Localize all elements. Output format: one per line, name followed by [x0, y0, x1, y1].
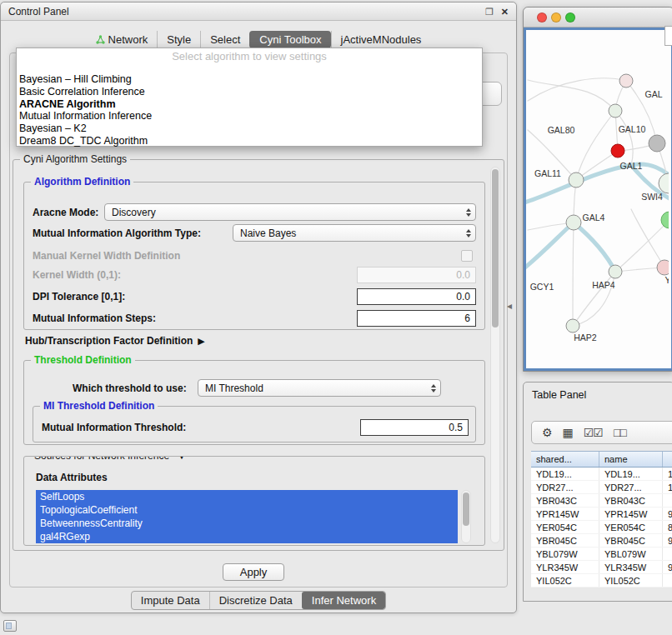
- show-columns-icon[interactable]: ▦: [563, 427, 573, 438]
- hub-definition-label: Hub/Transcription Factor Definition: [25, 335, 193, 347]
- settings-gear-icon[interactable]: ⚙: [542, 427, 552, 438]
- data-attributes-list[interactable]: SelfLoopsTopologicalCoefficientBetweenne…: [36, 490, 458, 543]
- network-graph[interactable]: GALGAL80GAL10GAL11GAL1SWI4GAL4GCY1HAP4HA…: [526, 30, 669, 368]
- unselect-all-columns-icon[interactable]: □□: [614, 427, 626, 438]
- select-all-columns-icon[interactable]: ☑☑: [584, 427, 603, 438]
- kernel-width-input[interactable]: 0.0: [357, 267, 476, 283]
- network-node[interactable]: [611, 144, 624, 158]
- mi-threshold-input[interactable]: 0.5: [360, 419, 469, 436]
- table-cell: [663, 548, 672, 560]
- network-node[interactable]: [659, 173, 669, 193]
- bottom-tab-impute-data[interactable]: Impute Data: [132, 592, 209, 609]
- node-label: GAL4: [583, 212, 605, 222]
- column-header[interactable]: shared...: [531, 452, 599, 467]
- bottom-tab-discretize-data[interactable]: Discretize Data: [209, 592, 302, 609]
- table-row[interactable]: YBL079WYBL079W: [531, 548, 672, 561]
- manual-kernel-row: Manual Kernel Width Definition: [33, 247, 478, 265]
- table-row[interactable]: YLR345WYLR345W9.: [531, 561, 672, 574]
- close-window-button[interactable]: ✕: [501, 7, 509, 17]
- network-node[interactable]: [566, 215, 581, 230]
- dpi-tolerance-input[interactable]: 0.0: [357, 288, 476, 305]
- network-node[interactable]: [657, 260, 669, 275]
- table-cell: YDL19...: [531, 468, 599, 480]
- tab-network[interactable]: Network: [87, 31, 158, 48]
- table-cell: 13: [663, 468, 672, 480]
- network-node[interactable]: [569, 172, 584, 188]
- table-row[interactable]: YER054CYER054C8.: [531, 521, 672, 534]
- algorithm-option[interactable]: ARACNE Algorithm: [17, 98, 482, 111]
- table-row[interactable]: YIL052CYIL052C: [531, 574, 672, 588]
- tab-jactivemnodules[interactable]: jActiveMNodules: [331, 31, 431, 48]
- hub-definition-toggle[interactable]: Hub/Transcription Factor Definition ▶: [25, 335, 205, 347]
- table-row[interactable]: YPR145WYPR145W9.: [531, 508, 672, 521]
- table-cell: YBL079W: [531, 548, 599, 560]
- attribute-list-item[interactable]: BetweennessCentrality: [36, 517, 458, 530]
- aracne-mode-select[interactable]: Discovery: [104, 203, 476, 221]
- bottom-tab-infer-network[interactable]: Infer Network: [302, 592, 385, 609]
- algorithm-option[interactable]: Basic Correlation Inference: [17, 86, 482, 98]
- network-edge: [526, 222, 574, 270]
- kernel-width-label: Kernel Width (0,1):: [33, 269, 121, 281]
- algorithm-option[interactable]: Dream8 DC_TDC Algorithm: [17, 135, 482, 148]
- table-header-row: shared...name: [531, 451, 672, 468]
- network-canvas[interactable]: GALGAL80GAL10GAL11GAL1SWI4GAL4GCY1HAP4HA…: [524, 28, 672, 371]
- attribute-list-item[interactable]: gal4RGexp: [36, 530, 458, 543]
- algorithm-option[interactable]: Mutual Information Inference: [17, 110, 482, 122]
- column-header[interactable]: name: [599, 452, 663, 467]
- network-node[interactable]: [661, 212, 669, 228]
- apply-button[interactable]: Apply: [223, 563, 284, 581]
- table-cell: YDR27...: [599, 481, 663, 493]
- algorithm-option[interactable]: Bayesian – K2: [17, 122, 482, 135]
- network-node[interactable]: [566, 319, 579, 332]
- sources-group-title[interactable]: Sources for Network Inference ▼: [31, 456, 189, 462]
- mi-threshold-definition-group: MI Threshold Definition Mutual Informati…: [33, 406, 476, 442]
- table-cell: YLR345W: [599, 561, 663, 573]
- tab-cyni-toolbox[interactable]: Cyni Toolbox: [249, 31, 330, 48]
- table-row[interactable]: YDR27...YDR27...12: [531, 481, 672, 494]
- settings-scrollbar[interactable]: [490, 167, 500, 543]
- network-view-window: GALGAL80GAL10GAL11GAL1SWI4GAL4GCY1HAP4HA…: [523, 7, 672, 372]
- table-row[interactable]: YDL19...YDL19...13: [531, 468, 672, 481]
- network-node[interactable]: [619, 74, 633, 88]
- which-threshold-select[interactable]: MI Threshold: [198, 379, 441, 397]
- tab-style[interactable]: Style: [157, 31, 200, 48]
- network-edge: [573, 222, 574, 326]
- mi-steps-input[interactable]: 6: [357, 310, 476, 327]
- table-cell: 9.: [663, 534, 672, 547]
- manual-kernel-label: Manual Kernel Width Definition: [33, 250, 180, 262]
- table-row[interactable]: YBR043CYBR043C: [531, 494, 672, 508]
- table-row[interactable]: YBR045CYBR045C9.: [531, 534, 672, 548]
- close-traffic-light-icon[interactable]: [537, 12, 547, 22]
- minimize-traffic-light-icon[interactable]: [551, 12, 561, 22]
- mi-threshold-label: Mutual Information Threshold:: [42, 422, 186, 433]
- network-node[interactable]: [609, 265, 622, 278]
- algorithm-select-popup: Select algorithm to view settings Bayesi…: [16, 48, 483, 147]
- table-cell: YIL052C: [599, 574, 663, 587]
- table-panel-title: Table Panel: [524, 382, 672, 401]
- network-window-titlebar[interactable]: [524, 8, 672, 28]
- table-cell: 9.: [663, 561, 672, 573]
- attribute-list-item[interactable]: TopologicalCoefficient: [36, 503, 458, 517]
- network-node[interactable]: [649, 135, 665, 152]
- attributes-scrollbar[interactable]: [461, 490, 471, 543]
- node-attribute-table: shared...name YDL19...YDL19...13YDR27...…: [531, 451, 672, 588]
- algorithm-option[interactable]: Bayesian – Hill Climbing: [17, 73, 482, 86]
- table-cell: [663, 494, 672, 507]
- tab-select[interactable]: Select: [200, 31, 249, 48]
- panel-resize-arrow-icon[interactable]: ◂: [507, 300, 512, 312]
- network-node[interactable]: [609, 104, 622, 118]
- node-label: GAL1: [620, 161, 643, 171]
- float-window-button[interactable]: ❐: [485, 7, 494, 17]
- attributes-scrollbar-thumb[interactable]: [463, 492, 469, 526]
- window-controls: ❐ ✕: [485, 7, 509, 17]
- table-cell: YBR043C: [599, 494, 663, 507]
- mi-type-select[interactable]: Naive Bayes: [233, 224, 476, 242]
- docked-panel-icon[interactable]: [3, 620, 17, 632]
- control-panel-titlebar: Control Panel ❐ ✕: [1, 2, 516, 21]
- manual-kernel-checkbox[interactable]: [461, 250, 473, 262]
- attribute-list-item[interactable]: SelfLoops: [36, 490, 458, 503]
- zoom-traffic-light-icon[interactable]: [565, 12, 575, 22]
- column-header[interactable]: [663, 452, 672, 467]
- table-panel-window: Table Panel ⚙▦☑☑□□ shared...name YDL19..…: [523, 382, 672, 602]
- settings-scrollbar-thumb[interactable]: [492, 169, 499, 328]
